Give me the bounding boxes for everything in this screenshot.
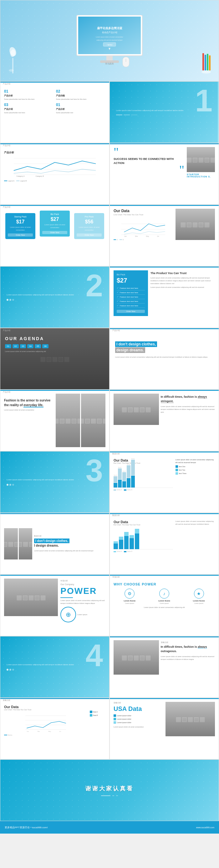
deco-pencils	[200, 52, 212, 78]
slide-bar-chart-1: 数据分析 Our Data Bar Chart: The Data You Ca…	[110, 451, 219, 513]
agenda-05: 05	[35, 344, 41, 348]
svg-text:Jan: Jan	[124, 235, 127, 237]
building-collage	[4, 528, 32, 559]
biz-pack-description: The Product You Can Trust Lorem ipsum do…	[151, 270, 215, 289]
row-9: 市场分析 Our Company POWER Lorem ipsum dolor…	[0, 575, 219, 636]
svg-rect-20	[205, 55, 206, 70]
slide-number-3: 3 Lorem ipsum dolor consectetur adipisci…	[0, 451, 110, 513]
product-item-2: 02 产品功能 Some placeholder text here for t…	[56, 89, 105, 101]
thankyou-text: 谢谢大家认真看	[86, 785, 133, 792]
biz-pack-card: Biz Pack $27 ✓Feature item text here ✓Fe…	[114, 270, 148, 316]
agenda-01: 01	[5, 344, 11, 348]
our-data-2-chart: Our Data Line Chart: The Data You Can Tr…	[4, 705, 87, 736]
standard-btn[interactable]: Order Now	[42, 231, 67, 234]
slide-power: 市场分析 Our Company POWER Lorem ipsum dolor…	[0, 575, 110, 636]
quote-content: " SUCCESS SEEMS TO BE CONNECTED WITH ACT…	[114, 147, 184, 200]
bar-chart-2-text: Lorem ipsum dolor sit amet consectetur a…	[176, 520, 215, 552]
building-4	[81, 394, 105, 447]
why-item-1: ⚙ Lorem Scene Lorem ipsum	[124, 589, 135, 604]
product-item-4: 01 产品分析 Some placeholder text	[56, 103, 105, 114]
row-7: 3 Lorem ipsum dolor consectetur adipisci…	[0, 451, 219, 513]
difficult-times-text: In difficult times, fashion is always st…	[161, 394, 215, 447]
num1-text: Lorem ipsum dolor consectetur adipiscing…	[116, 109, 183, 116]
svg-text:Jan: Jan	[27, 731, 29, 732]
bar-chart-legend: Lorem ipsum dolor sit amet consectetur a…	[176, 458, 215, 491]
bar-chart-content: Our Data Bar Chart: The Data You Can Tru…	[114, 458, 173, 491]
svg-point-3	[9, 69, 14, 72]
line-chart-svg-1: Category A Category B	[4, 156, 105, 178]
power-building	[4, 579, 58, 632]
our-data-image	[176, 209, 215, 262]
svg-text:May: May	[49, 731, 51, 732]
why-item-3: ★ Lorem Scene Lorem ipsum	[193, 589, 205, 604]
slide-success-quote: " SUCCESS SEEMS TO BE CONNECTED WITH ACT…	[110, 143, 219, 205]
usa-data-building	[165, 702, 215, 755]
agenda-items: 01 02 03 04 05 06	[5, 344, 104, 348]
fashion-text-content: 产品介绍 Fashion is the armor to survive the…	[4, 394, 54, 447]
num4-text: Lorem ipsum dolor consectetur adipiscing…	[7, 663, 74, 671]
svg-rect-14	[106, 56, 113, 60]
music-icon: ♪	[159, 589, 169, 598]
slide-bar-chart-2: 数据分析 Our Data Bar Chart: The Data You Ca…	[110, 513, 219, 575]
num3-text: Lorem ipsum dolor consectetur adipiscing…	[7, 478, 74, 486]
svg-point-23	[201, 70, 211, 73]
row-2: 产品介绍 产品分析 Category A Category B	[0, 143, 219, 205]
agenda-02: 02	[12, 344, 19, 348]
starter-column: STARTER INTRODUCTION S.	[187, 147, 215, 200]
why-choose-items: ⚙ Lorem Scene Lorem ipsum ♪ Lorem Scene …	[114, 589, 215, 604]
dont-design-quote: I don't design clothes, design dreams.	[115, 341, 213, 353]
building-3	[56, 394, 80, 447]
svg-text:adipiscing elit sed do eiusmod: adipiscing elit sed do eiusmod tempor	[96, 39, 123, 41]
bottom-banner: 更多精品PPT资源尽在一suca999.com! www.suca999.com	[0, 821, 219, 834]
slide-number-2: 2 Lorem ipsum dolor consectetur adipisci…	[0, 266, 110, 328]
slide-fashion-armor: 产品介绍 Fashion is the armor to survive the…	[0, 390, 110, 451]
our-data-2-legend: Data A Data B	[90, 705, 105, 736]
row-4: 2 Lorem ipsum dolor consectetur adipisci…	[0, 266, 219, 328]
slide-usa-data: 策略分析 USA Data Lorem ipsum dolor Lorem ip…	[110, 698, 219, 760]
svg-text:萃鸟图库: 萃鸟图库	[105, 63, 114, 65]
slide-why-choose-power: 市场分析 WHY CHOOSE POWER ⚙ Lorem Scene Lore…	[110, 575, 219, 636]
svg-rect-21	[207, 54, 208, 70]
agenda-06: 06	[42, 344, 49, 348]
building-img-1	[187, 147, 215, 172]
row-10: 4 Lorem ipsum dolor consectetur adipisci…	[0, 636, 219, 698]
premium-btn[interactable]: Order Now	[77, 234, 102, 237]
pricing-premium: Pro Pack $56 Lorem ipsum dolor sit amet …	[74, 213, 104, 239]
slide-thankyou: 谢谢大家认真看	[0, 760, 219, 821]
slide-dont-design-1: 产品介绍 I don't design clothes, design drea…	[110, 328, 219, 390]
slide-pricing: 产品介绍 Staring Pack $17 Lorem ipsum dolor …	[0, 205, 110, 266]
row-5: 产品介绍 OUR AGENDA 01 02 03 04 05 06 Lorem …	[0, 328, 219, 390]
pricing-standard: Biz Pack $27 Lorem ipsum dolor sit amet …	[40, 211, 70, 237]
biz-pack-btn[interactable]: Order Now	[117, 310, 145, 313]
difficult-times-building	[114, 640, 159, 694]
num2-text: Lorem ipsum dolor consectetur adipiscing…	[7, 293, 74, 301]
our-data-chart: Our Data Line Chart: The Data You Can Tr…	[114, 209, 173, 262]
fashion-building-images	[56, 394, 105, 447]
fashion-armor-quote: Fashion is the armor to survive the real…	[4, 398, 54, 407]
usa-data-content: 策略分析 USA Data Lorem ipsum dolor Lorem ip…	[114, 702, 163, 755]
hero-slide: 扁平化低多边简洁蓝 色动态产品介绍 Lorem ipsum dolor sit …	[0, 0, 219, 81]
building-img-2	[176, 209, 215, 240]
compass-icon: ⊕	[60, 607, 76, 622]
svg-text:Jul: Jul	[59, 731, 61, 732]
gear-icon: ⚙	[125, 589, 134, 598]
our-data-line-chart: Jan Mar May Jul	[114, 216, 173, 238]
bottom-banner-url: www.suca999.com	[196, 826, 214, 829]
svg-text:Mar: Mar	[37, 731, 40, 732]
agenda-03: 03	[20, 344, 26, 348]
svg-text:Mar: Mar	[135, 235, 138, 237]
building-5	[114, 394, 159, 425]
svg-rect-22	[209, 55, 211, 70]
building-9	[165, 702, 215, 736]
bottom-banner-text: 更多精品PPT资源尽在一suca999.com!	[5, 826, 48, 829]
starter-btn[interactable]: Order Now	[8, 234, 33, 237]
slide-product-list: 产品介绍 01 产品分析 Some placeholder text here …	[0, 81, 110, 143]
building-8	[114, 640, 159, 675]
sub-label-1: 产品介绍	[3, 83, 10, 85]
svg-text:Jul: Jul	[157, 235, 159, 237]
slide-our-data-1: Our Data Line Chart: The Data You Can Tr…	[110, 205, 219, 266]
building-left	[114, 394, 159, 447]
row-3: 产品介绍 Staring Pack $17 Lorem ipsum dolor …	[0, 205, 219, 266]
svg-text:了解更多: 了解更多	[106, 44, 113, 46]
slide-number-1: 1 Lorem ipsum dolor consectetur adipisci…	[110, 81, 219, 143]
